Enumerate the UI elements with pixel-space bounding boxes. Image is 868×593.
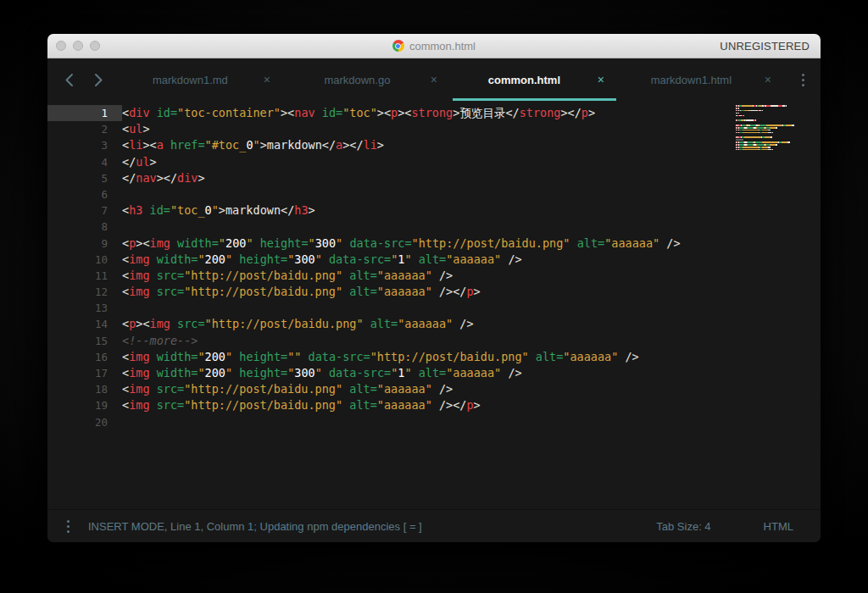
syntax-indicator[interactable]: HTML	[764, 520, 793, 533]
code-line[interactable]: 6	[47, 186, 821, 202]
minimap-line	[736, 139, 812, 141]
code-line[interactable]: 20	[47, 414, 821, 430]
minimap-line	[736, 119, 812, 121]
close-tab-icon[interactable]: ×	[431, 74, 437, 86]
line-number: 15	[47, 333, 122, 349]
tab-markdown1.html[interactable]: markdown1.html×	[618, 58, 785, 101]
minimap[interactable]	[736, 105, 812, 154]
code-text: <img width="200" height="" data-src="htt…	[122, 349, 821, 365]
code-line[interactable]: 1<div id="toc-container"><nav id="toc"><…	[47, 105, 821, 121]
close-window-icon[interactable]	[56, 41, 66, 51]
minimap-line	[736, 125, 812, 126]
code-line[interactable]: 11<img src="http://post/baidu.png" alt="…	[47, 268, 821, 284]
code-area[interactable]: 1<div id="toc-container"><nav id="toc"><…	[47, 105, 821, 430]
tab-strip: markdown1.md×markdown.go×common.html×mar…	[117, 58, 785, 101]
line-number: 4	[47, 154, 122, 170]
minimap-line	[736, 108, 812, 109]
code-line[interactable]: 5</nav></div>	[47, 170, 821, 186]
code-line[interactable]: 3<li><a href="#toc_0">markdown</a></li>	[47, 137, 821, 153]
code-text: <img src="http://post/baidu.png" alt="aa…	[122, 397, 821, 413]
code-line[interactable]: 9<p><img width="200" height="300" data-s…	[47, 236, 821, 252]
window-title: common.html	[409, 40, 476, 53]
minimap-line	[736, 152, 812, 153]
editor-pane[interactable]: 1<div id="toc-container"><nav id="toc"><…	[47, 101, 821, 509]
tab-overflow-menu[interactable]	[785, 58, 821, 101]
minimap-line	[736, 144, 812, 146]
status-message: INSERT MODE, Line 1, Column 1; Updating …	[88, 520, 656, 533]
code-line[interactable]: 14<p><img src="http://post/baidu.png" al…	[47, 316, 821, 332]
line-number: 13	[47, 300, 122, 316]
code-line[interactable]: 13	[47, 300, 821, 316]
code-text: <img width="200" height="300" data-src="…	[122, 252, 821, 268]
tab-bar: markdown1.md×markdown.go×common.html×mar…	[47, 58, 821, 101]
code-text	[122, 219, 821, 235]
tab-size-indicator[interactable]: Tab Size: 4	[656, 520, 710, 533]
tab-markdown.go[interactable]: markdown.go×	[284, 58, 451, 101]
code-text: <!--more-->	[122, 333, 821, 349]
code-line[interactable]: 19<img src="http://post/baidu.png" alt="…	[47, 397, 821, 413]
code-line[interactable]: 16<img width="200" height="" data-src="h…	[47, 349, 821, 365]
minimap-line	[736, 117, 812, 119]
code-text: </nav></div>	[122, 170, 821, 186]
line-number: 1	[47, 105, 122, 121]
code-text: <img src="http://post/baidu.png" alt="aa…	[122, 268, 821, 284]
minimap-line	[736, 115, 812, 117]
tab-label: markdown1.html	[618, 74, 765, 86]
code-text: <img src="http://post/baidu.png" alt="aa…	[122, 284, 821, 300]
minimap-line	[736, 135, 812, 136]
line-number: 18	[47, 381, 122, 397]
tab-label: common.html	[451, 74, 598, 86]
code-line[interactable]: 15<!--more-->	[47, 333, 821, 349]
tab-markdown1.md[interactable]: markdown1.md×	[117, 58, 284, 101]
chrome-file-icon	[392, 40, 404, 52]
close-tab-icon[interactable]: ×	[264, 74, 270, 86]
code-text: <div id="toc-container"><nav id="toc"><p…	[122, 105, 821, 121]
minimize-window-icon[interactable]	[73, 41, 83, 51]
code-line[interactable]: 8	[47, 219, 821, 235]
code-line[interactable]: 10<img width="200" height="300" data-src…	[47, 252, 821, 268]
minimap-line	[736, 136, 812, 138]
line-number: 10	[47, 252, 122, 268]
status-menu-button[interactable]	[47, 520, 88, 533]
minimap-line	[736, 147, 812, 148]
title-bar[interactable]: common.html UNREGISTERED	[47, 34, 821, 58]
code-text: <img src="http://post/baidu.png" alt="aa…	[122, 381, 821, 397]
line-number: 12	[47, 284, 122, 300]
code-line[interactable]: 2<ul>	[47, 121, 821, 137]
code-text: <li><a href="#toc_0">markdown</a></li>	[122, 137, 821, 153]
tab-common.html[interactable]: common.html×	[451, 58, 618, 101]
traffic-lights	[56, 41, 100, 51]
code-text	[122, 186, 821, 202]
code-line[interactable]: 18<img src="http://post/baidu.png" alt="…	[47, 381, 821, 397]
minimap-line	[736, 105, 812, 107]
close-tab-icon[interactable]: ×	[598, 74, 604, 86]
line-number: 14	[47, 316, 122, 332]
minimap-line	[736, 149, 812, 151]
desktop-background: common.html UNREGISTERED markdown1.md×ma…	[0, 0, 868, 593]
code-text: <h3 id="toc_0">markdown</h3>	[122, 202, 821, 219]
code-text: <img width="200" height="300" data-src="…	[122, 365, 821, 381]
close-tab-icon[interactable]: ×	[765, 74, 771, 86]
code-line[interactable]: 12<img src="http://post/baidu.png" alt="…	[47, 284, 821, 300]
code-line[interactable]: 4</ul>	[47, 154, 821, 170]
minimap-line	[736, 122, 812, 124]
status-right-group: Tab Size: 4 HTML	[656, 520, 793, 533]
tab-nav-buttons	[47, 58, 117, 101]
zoom-window-icon[interactable]	[90, 41, 100, 51]
code-text: <ul>	[122, 121, 821, 137]
status-bar: INSERT MODE, Line 1, Column 1; Updating …	[47, 509, 821, 542]
line-number: 16	[47, 349, 122, 365]
tab-label: markdown1.md	[117, 74, 264, 86]
code-line[interactable]: 17<img width="200" height="300" data-src…	[47, 365, 821, 381]
minimap-line	[736, 130, 812, 131]
chevron-right-icon[interactable]	[94, 73, 103, 87]
line-number: 11	[47, 268, 122, 284]
line-number: 8	[47, 219, 122, 235]
line-number: 2	[47, 121, 122, 137]
minimap-line	[736, 110, 812, 112]
unregistered-label: UNREGISTERED	[720, 40, 810, 53]
code-text	[122, 414, 821, 430]
vertical-dots-icon	[802, 74, 804, 86]
chevron-left-icon[interactable]	[64, 73, 74, 87]
code-line[interactable]: 7<h3 id="toc_0">markdown</h3>	[47, 202, 821, 219]
